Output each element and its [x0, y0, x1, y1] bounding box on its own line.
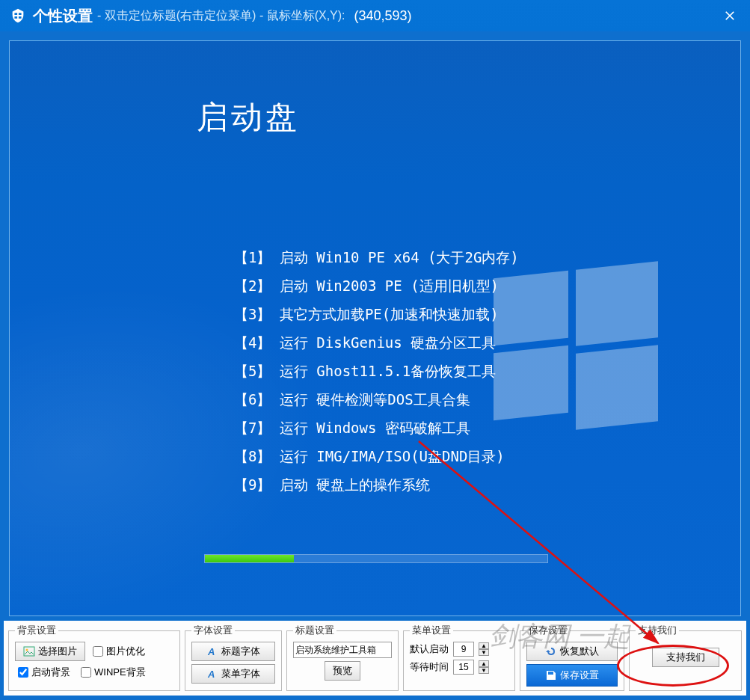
image-icon — [23, 645, 35, 657]
boot-preview[interactable]: 启动盘 【1】 启动 Win10 PE x64 (大于2G内存) 【2】 启动 … — [9, 40, 741, 616]
boot-menu-item[interactable]: 【3】 其它方式加载PE(加速和快速加载) — [234, 300, 519, 328]
app-title: 个性设置 — [33, 6, 93, 26]
boot-menu-item[interactable]: 【5】 运行 Ghost11.5.1备份恢复工具 — [234, 357, 519, 385]
title-font-button[interactable]: A 标题字体 — [191, 642, 275, 661]
group-legend: 菜单设置 — [410, 624, 453, 637]
group-legend: 保存设置 — [526, 624, 570, 637]
boot-menu-item[interactable]: 【1】 启动 Win10 PE x64 (大于2G内存) — [234, 243, 519, 271]
boot-menu-item[interactable]: 【4】 运行 DiskGenius 硬盘分区工具 — [234, 328, 519, 357]
support-group: 支持我们 支持我们 — [629, 624, 742, 691]
font-icon: A — [206, 645, 218, 657]
title-settings-group: 标题设置 预览 — [286, 624, 399, 691]
group-legend: 标题设置 — [293, 624, 336, 637]
button-label: 菜单字体 — [221, 667, 260, 681]
boot-menu-item[interactable]: 【8】 运行 IMG/IMA/ISO(U盘DND目录) — [234, 442, 519, 470]
mouse-coords: (340,593) — [354, 8, 412, 24]
button-label: 恢复默认 — [560, 645, 599, 658]
svg-text:A: A — [207, 669, 215, 680]
group-legend: 支持我们 — [636, 624, 679, 637]
menu-font-button[interactable]: A 菜单字体 — [191, 664, 275, 684]
preview-button[interactable]: 预览 — [325, 661, 360, 681]
group-legend: 字体设置 — [191, 624, 235, 637]
winpe-bg-checkbox[interactable]: WINPE背景 — [81, 666, 146, 679]
field-label: 默认启动 — [410, 642, 449, 656]
choose-image-button[interactable]: 选择图片 — [15, 642, 85, 661]
boot-menu-item[interactable]: 【6】 运行 硬件检测等DOS工具合集 — [234, 385, 519, 414]
restore-default-button[interactable]: 恢复默认 — [526, 642, 618, 661]
app-icon — [9, 7, 27, 25]
background-settings-group: 背景设置 选择图片 图片优化 启动背景 WINPE背景 — [8, 624, 180, 691]
default-boot-input[interactable] — [453, 642, 474, 657]
save-settings-button[interactable]: 保存设置 — [526, 664, 618, 687]
progress-bar — [204, 554, 548, 563]
button-label: 预览 — [333, 664, 352, 678]
settings-panel: 背景设置 选择图片 图片优化 启动背景 WINPE背景 字体设置 A 标题字体 … — [4, 621, 746, 696]
spinner-buttons[interactable]: ▲▼ — [479, 642, 489, 656]
title-input[interactable] — [293, 642, 392, 658]
app-subtitle: - 双击定位标题(右击定位菜单) - 鼠标坐标(X,Y): — [97, 8, 345, 24]
boot-bg-checkbox[interactable]: 启动背景 — [18, 666, 70, 679]
svg-text:A: A — [207, 646, 215, 657]
boot-title: 启动盘 — [197, 96, 300, 138]
save-icon — [545, 669, 557, 681]
svg-point-2 — [26, 649, 28, 651]
group-legend: 背景设置 — [15, 624, 58, 637]
font-icon: A — [206, 668, 218, 680]
boot-menu: 【1】 启动 Win10 PE x64 (大于2G内存) 【2】 启动 Win2… — [234, 243, 519, 499]
font-settings-group: 字体设置 A 标题字体 A 菜单字体 — [185, 624, 282, 691]
image-optimize-checkbox[interactable]: 图片优化 — [93, 645, 145, 658]
support-button[interactable]: 支持我们 — [652, 648, 719, 667]
field-label: 等待时间 — [410, 660, 449, 674]
button-label: 保存设置 — [560, 669, 599, 682]
spinner-buttons[interactable]: ▲▼ — [479, 660, 489, 674]
button-label: 标题字体 — [221, 645, 260, 658]
save-settings-group: 保存设置 恢复默认 保存设置 — [520, 624, 624, 691]
wait-time-input[interactable] — [453, 660, 474, 675]
restore-icon — [545, 645, 557, 657]
menu-settings-group: 菜单设置 默认启动 ▲▼ 等待时间 ▲▼ — [403, 624, 515, 691]
close-button[interactable] — [719, 4, 741, 27]
svg-rect-1 — [24, 647, 34, 656]
button-label: 支持我们 — [666, 651, 705, 664]
boot-menu-item[interactable]: 【2】 启动 Win2003 PE (适用旧机型) — [234, 271, 519, 300]
boot-menu-item[interactable]: 【7】 运行 Windows 密码破解工具 — [234, 414, 519, 442]
boot-menu-item[interactable]: 【9】 启动 硬盘上的操作系统 — [234, 470, 519, 499]
titlebar: 个性设置 - 双击定位标题(右击定位菜单) - 鼠标坐标(X,Y): (340,… — [0, 0, 750, 31]
button-label: 选择图片 — [38, 645, 77, 658]
